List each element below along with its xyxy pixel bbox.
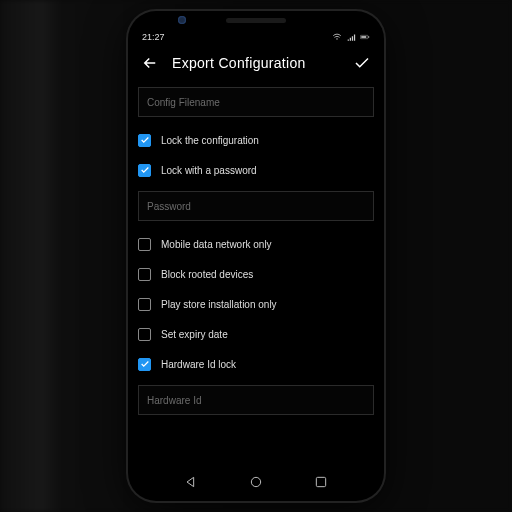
back-button[interactable] [138,51,162,75]
svg-rect-1 [368,36,369,38]
battery-icon [360,32,370,42]
option-hwid-lock[interactable]: Hardware Id lock [138,352,374,376]
square-recent-icon [313,474,329,490]
app-bar: Export Configuration [138,45,374,81]
option-label: Mobile data network only [161,239,272,250]
triangle-back-icon [183,474,199,490]
speaker-grille [226,18,286,23]
checkbox-icon [138,238,151,251]
confirm-button[interactable] [350,51,374,75]
notch [128,11,384,29]
option-label: Block rooted devices [161,269,253,280]
checkbox-icon [138,298,151,311]
arrow-left-icon [141,54,159,72]
svg-point-3 [251,477,260,486]
svg-rect-4 [317,477,326,486]
option-block-rooted[interactable]: Block rooted devices [138,262,374,286]
check-icon [353,54,371,72]
password-field[interactable]: Password [138,191,374,221]
hardware-id-placeholder: Hardware Id [147,395,201,406]
checkbox-icon [138,358,151,371]
config-filename-placeholder: Config Filename [147,97,220,108]
option-label: Hardware Id lock [161,359,236,370]
password-placeholder: Password [147,201,191,212]
checkbox-icon [138,268,151,281]
hardware-id-field[interactable]: Hardware Id [138,385,374,415]
nav-back-button[interactable] [182,473,200,491]
signal-icon [346,32,356,42]
screen: Export Configuration Config Filename Loc… [128,45,384,467]
front-camera [178,16,186,24]
option-mobile-data[interactable]: Mobile data network only [138,232,374,256]
nav-recent-button[interactable] [312,473,330,491]
svg-rect-2 [361,36,366,38]
config-filename-field[interactable]: Config Filename [138,87,374,117]
option-label: Play store installation only [161,299,277,310]
option-lock-config[interactable]: Lock the configuration [138,128,374,152]
page-title: Export Configuration [172,55,340,71]
option-label: Lock the configuration [161,135,259,146]
option-label: Lock with a password [161,165,257,176]
checkbox-icon [138,134,151,147]
status-time: 21:27 [142,32,165,42]
option-label: Set expiry date [161,329,228,340]
option-expiry[interactable]: Set expiry date [138,322,374,346]
checkbox-icon [138,164,151,177]
circle-home-icon [248,474,264,490]
option-lock-password[interactable]: Lock with a password [138,158,374,182]
checkbox-icon [138,328,151,341]
status-bar: 21:27 [128,29,384,45]
nav-bar [128,467,384,501]
option-play-store[interactable]: Play store installation only [138,292,374,316]
wifi-icon [332,32,342,42]
phone-frame: 21:27 Export Configuration Config Filena… [128,11,384,501]
nav-home-button[interactable] [247,473,265,491]
